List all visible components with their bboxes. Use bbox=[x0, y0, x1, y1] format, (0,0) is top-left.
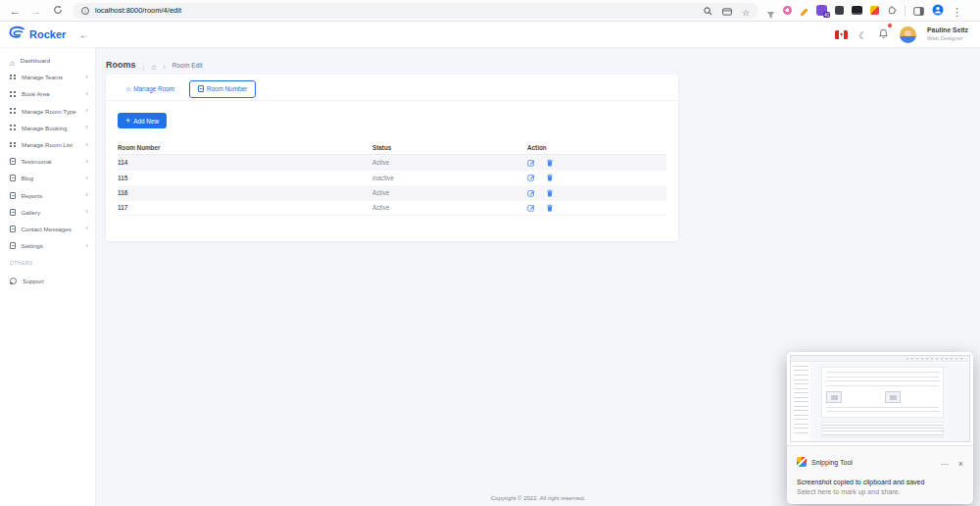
sidebar-collapse-icon[interactable] bbox=[79, 29, 89, 40]
site-info-icon[interactable] bbox=[81, 7, 89, 15]
reload-icon[interactable] bbox=[51, 5, 65, 17]
dark-extension-icon[interactable] bbox=[835, 6, 844, 15]
payment-card-icon[interactable] bbox=[722, 2, 732, 20]
delete-icon[interactable] bbox=[546, 159, 554, 167]
breadcrumb-home-icon[interactable] bbox=[152, 56, 157, 74]
funnel-extension-icon[interactable] bbox=[766, 6, 775, 15]
toast-app-name: Snipping Tool bbox=[811, 459, 853, 466]
red-yellow-extension-icon[interactable] bbox=[870, 6, 879, 15]
grid-icon bbox=[10, 91, 16, 97]
profile-icon[interactable] bbox=[932, 2, 944, 20]
sidebar-item-label: Settings bbox=[22, 242, 43, 249]
url-bar[interactable]: localhost:8000/room/4/edit bbox=[73, 3, 759, 19]
toast-sub-message: Select here to mark up and share. bbox=[797, 488, 963, 495]
snipping-tool-toast[interactable]: Snipping Tool Screenshot copied to clipb… bbox=[787, 352, 973, 504]
file-icon bbox=[10, 175, 16, 181]
header-actions: Pauline Seitz Web Designer bbox=[835, 25, 980, 43]
room-number-cell: 116 bbox=[118, 189, 372, 196]
file-icon bbox=[10, 242, 16, 249]
headset-icon bbox=[10, 278, 17, 284]
add-new-label: Add New bbox=[133, 118, 159, 125]
file-icon bbox=[10, 226, 16, 232]
edit-icon[interactable] bbox=[527, 204, 535, 212]
edit-icon[interactable] bbox=[527, 189, 535, 197]
sidebar-item-manage-teams[interactable]: Manage Teams bbox=[0, 69, 95, 85]
chevron-left-icon bbox=[85, 91, 95, 97]
chevron-left-icon bbox=[85, 192, 95, 198]
url-text: localhost:8000/room/4/edit bbox=[95, 6, 181, 15]
extensions-puzzle-icon[interactable] bbox=[887, 2, 897, 20]
dark-mode-icon[interactable] bbox=[858, 25, 867, 43]
back-icon[interactable] bbox=[8, 5, 22, 17]
grid-icon bbox=[10, 75, 16, 80]
user-role: Web Designer bbox=[927, 35, 968, 42]
sidebar-item-manage-booking[interactable]: Manage Booking bbox=[0, 120, 95, 136]
col-action: Action bbox=[527, 144, 666, 151]
dark-wide-extension-icon[interactable] bbox=[852, 6, 862, 15]
toast-more-options-icon[interactable] bbox=[941, 453, 949, 471]
page-title: Rooms bbox=[106, 60, 136, 70]
breadcrumb-divider bbox=[143, 56, 145, 74]
sidebar-item-label: Manage Room Type bbox=[22, 108, 76, 115]
sidebar-item-reports[interactable]: Reports bbox=[0, 187, 95, 204]
sidebar-item-label: Testimonial bbox=[22, 158, 52, 165]
delete-icon[interactable] bbox=[546, 204, 554, 212]
purple-extension-icon[interactable]: 40 bbox=[816, 5, 827, 16]
notifications-bell-icon[interactable] bbox=[878, 25, 889, 43]
home-icon bbox=[126, 85, 130, 92]
search-icon[interactable] bbox=[704, 2, 712, 20]
user-avatar[interactable] bbox=[900, 26, 916, 43]
user-menu[interactable]: Pauline Seitz Web Designer bbox=[927, 26, 968, 42]
sidebar-item-manage-room-list[interactable]: Manage Room List bbox=[0, 136, 95, 153]
delete-icon[interactable] bbox=[546, 189, 554, 197]
language-flag-icon[interactable] bbox=[835, 30, 848, 39]
toast-close-icon[interactable] bbox=[958, 453, 963, 471]
status-cell: Active bbox=[372, 159, 527, 166]
grid-icon bbox=[10, 142, 16, 148]
tab-label: Manage Room bbox=[133, 85, 174, 92]
toolbar-separator bbox=[905, 5, 906, 17]
sidebar-item-label: Manage Teams bbox=[22, 74, 63, 80]
status-cell: Inactive bbox=[372, 175, 527, 181]
sidebar-item-label: Contact Messages bbox=[22, 226, 72, 232]
rocker-logo-icon bbox=[8, 25, 25, 43]
sidebar-item-settings[interactable]: Settings bbox=[0, 237, 95, 254]
pink-extension-icon[interactable] bbox=[783, 6, 792, 15]
bookmark-star-icon[interactable] bbox=[742, 2, 750, 20]
sidebar-item-manage-room-type[interactable]: Manage Room Type bbox=[0, 103, 95, 120]
chevron-left-icon bbox=[85, 176, 95, 181]
table-row: 115 Inactive bbox=[118, 171, 666, 186]
room-number-icon bbox=[198, 85, 204, 92]
sidebar-item-contact-messages[interactable]: Contact Messages bbox=[0, 221, 95, 237]
action-cell bbox=[527, 174, 666, 181]
sidebar-section-label: OTHERS bbox=[0, 261, 95, 273]
room-number-cell: 114 bbox=[118, 159, 372, 166]
pen-extension-icon[interactable] bbox=[800, 8, 808, 16]
sidebar-item-blog[interactable]: Blog bbox=[0, 170, 95, 186]
home-icon bbox=[10, 52, 15, 70]
col-room-number: Room Number bbox=[118, 144, 372, 151]
forward-icon[interactable] bbox=[29, 5, 43, 17]
sidebar-item-testimonial[interactable]: Testimonial bbox=[0, 153, 95, 170]
grid-icon bbox=[10, 125, 16, 130]
tab-room-number[interactable]: Room Number bbox=[189, 80, 256, 98]
breadcrumb: Rooms Room Edit bbox=[96, 47, 980, 74]
sidebar-item-dashboard[interactable]: Dashboard bbox=[0, 52, 95, 69]
sidebar-item-support[interactable]: Support bbox=[0, 273, 95, 289]
side-panel-icon[interactable] bbox=[913, 2, 924, 20]
app-header: Rocker Pauline Seitz Web Designer bbox=[0, 22, 980, 47]
grid-icon bbox=[10, 108, 16, 114]
edit-icon[interactable] bbox=[527, 159, 535, 167]
delete-icon[interactable] bbox=[546, 174, 554, 181]
sidebar-item-gallery[interactable]: Gallery bbox=[0, 204, 95, 221]
extensions-row: 40 bbox=[766, 2, 962, 20]
browser-menu-icon[interactable] bbox=[952, 2, 962, 20]
tab-manage-room[interactable]: Manage Room bbox=[118, 80, 183, 98]
file-icon bbox=[10, 209, 16, 216]
add-new-button[interactable]: Add New bbox=[118, 113, 167, 128]
edit-icon[interactable] bbox=[527, 174, 535, 181]
sidebar-item-book-area[interactable]: Book Area bbox=[0, 85, 95, 102]
brand[interactable]: Rocker bbox=[0, 25, 96, 43]
screenshot-thumbnail[interactable] bbox=[787, 352, 973, 446]
table-header-row: Room Number Status Action bbox=[118, 141, 666, 155]
